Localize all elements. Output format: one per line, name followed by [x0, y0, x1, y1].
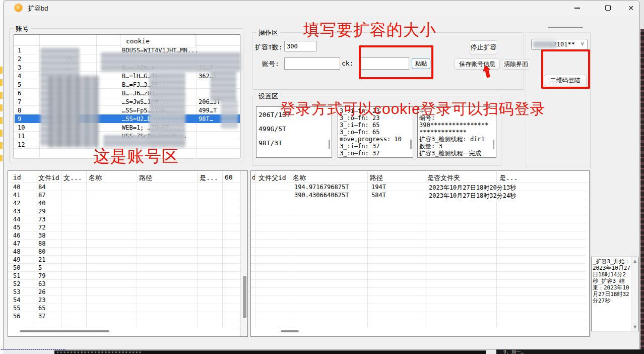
background-window-left-edge	[0, 0, 3, 354]
column-header: 名称	[293, 173, 306, 183]
table-row[interactable]: 4880	[8, 248, 240, 256]
censor-blur	[533, 41, 556, 48]
minimize-button[interactable]	[565, 1, 589, 15]
table-row[interactable]: 5326	[8, 288, 240, 296]
cell-row-number: 6	[18, 90, 21, 97]
maximize-icon	[605, 5, 611, 11]
maximize-button[interactable]	[596, 1, 619, 15]
table-row[interactable]: 4473	[8, 215, 240, 223]
cell-file-id: 37	[38, 313, 45, 320]
cell-id: 51	[13, 272, 20, 279]
cell-row-number: 5	[18, 81, 21, 88]
save-account-button[interactable]: 保存账号信息	[455, 58, 500, 70]
column-header: 60	[225, 173, 233, 181]
table-row[interactable]: 5423	[8, 296, 240, 304]
table-row[interactable]: 4329	[8, 207, 240, 215]
cell-folder: 2023年10月27日18时32分24秒	[429, 192, 516, 200]
table-header-row: d文件父id名称路径是否文件夹是...	[251, 171, 589, 183]
cookie-column-header: cookie	[126, 37, 150, 45]
table-row[interactable]: 4638	[8, 231, 240, 240]
expand-t-label: 扩容T数:	[255, 43, 283, 52]
table-row[interactable]: 4921	[8, 256, 240, 264]
cell-row-number: 2	[18, 55, 21, 63]
cell-path: 584T	[371, 192, 386, 199]
scroll-up-icon[interactable]: ▲	[633, 259, 636, 263]
scrollbar-thumb[interactable]	[410, 140, 412, 149]
settings-groupbox-label: 设置区	[256, 92, 280, 101]
column-header: 文件父id	[259, 173, 286, 183]
column-header: 名称	[89, 173, 102, 183]
censor-blur	[210, 71, 236, 102]
table-row[interactable]: 5263	[8, 280, 240, 288]
chevron-down-icon: ∨	[581, 40, 584, 47]
cell-row-number: 4	[18, 73, 21, 80]
horizontal-scrollbar[interactable]	[20, 330, 109, 332]
table-row[interactable]: 4240	[8, 199, 240, 207]
cell-size: 499…T	[199, 107, 217, 114]
column-header: 文件id	[38, 173, 59, 183]
scrollbar-thumb[interactable]	[493, 140, 494, 149]
account-input[interactable]	[284, 57, 340, 70]
cell-id: 41	[13, 192, 20, 199]
cell-row-number: 12	[18, 141, 25, 148]
censor-blur	[48, 76, 99, 147]
column-header: 路径	[370, 173, 383, 183]
expand-t-input[interactable]	[284, 41, 316, 51]
cell-id: 44	[13, 216, 20, 223]
table-row[interactable]: 505	[8, 264, 240, 272]
cell-row-number: 1	[18, 47, 21, 54]
cell-row-number: 3	[18, 64, 21, 71]
table-rows: 4084418742404329447345724638478848804921…	[8, 183, 240, 328]
horizontal-scrollbar[interactable]	[281, 330, 299, 332]
column-header: 是否文件夹	[427, 173, 460, 183]
cell-id: 46	[13, 232, 20, 239]
file-table-right[interactable]: d文件父id名称路径是否文件夹是... 194.9716796875T194T2…	[250, 170, 590, 337]
scrollbar-thumb[interactable]	[243, 276, 246, 318]
annotation-box-ck	[359, 45, 433, 79]
vertical-scrollbar[interactable]: ▲ ▼	[631, 257, 639, 331]
cell-id: 56	[13, 313, 20, 320]
table-row[interactable]: 390.4306640625T584T2023年10月27日18时32分24秒	[251, 191, 586, 199]
table-row[interactable]: 5637	[8, 312, 240, 320]
table-row[interactable]: 4572	[8, 223, 240, 231]
cell-file-id: 38	[38, 232, 45, 239]
background-window-right-edge	[640, 29, 644, 354]
cell-row-number: 9	[18, 115, 21, 123]
table-row[interactable]: 5179	[8, 272, 240, 280]
scroll-down-icon[interactable]: ▼	[633, 325, 636, 329]
cell-id: 43	[13, 208, 20, 215]
cell-id: 53	[13, 288, 20, 296]
cell-file-id: 88	[38, 240, 45, 247]
cell-id: 40	[13, 184, 20, 191]
background-window-bottom: ▪▪▪▪▪▪▪▪▪▪▪▪▪▪▪▪▪▪▪▪▪▪▪▪▪	[54, 350, 486, 354]
expand-log-text: _扩容3_开始：2023年10月27日18时14分2秒_扩容3_结束：2023年…	[593, 258, 631, 304]
cell-name: 194.9716796875T	[294, 184, 349, 191]
scrollbar-thumb[interactable]	[329, 140, 330, 149]
window-bottom-edge	[3, 350, 54, 354]
background-text-fragment	[1, 348, 66, 350]
cell-id: 55	[13, 305, 20, 312]
cell-file-id: 29	[38, 208, 45, 215]
stop-expand-button[interactable]: 停止扩容	[470, 40, 497, 54]
title-bar[interactable]: 扩容bd ✕	[4, 1, 639, 15]
minimize-icon	[574, 8, 580, 9]
close-button[interactable]: ✕	[619, 1, 642, 15]
table-row[interactable]: 5565	[8, 304, 240, 312]
qr-login-button[interactable]: 二维码登陆	[544, 75, 587, 86]
annotation-account-area: 这是账号区	[93, 145, 179, 168]
window-bottom-edge	[486, 350, 496, 354]
file-table-left[interactable]: id文件id文...名称路径是...60 4084418742404329447…	[8, 170, 248, 337]
table-row[interactable]: 194.9716796875T194T2023年10月27日18时20分13秒	[251, 183, 586, 191]
cell-id: 47	[13, 240, 20, 247]
cell-row-number: 7	[18, 98, 21, 105]
expand-log-box[interactable]: _扩容3_开始：2023年10月27日18时14分2秒_扩容3_结束：2023年…	[591, 257, 639, 331]
vertical-scrollbar[interactable]	[240, 171, 248, 336]
table-row[interactable]: 4187	[8, 191, 240, 199]
table-row[interactable]: 4788	[8, 240, 240, 248]
cell-file-id: 73	[38, 216, 45, 223]
table-row[interactable]: 4084	[8, 183, 240, 191]
cell-id: 48	[13, 248, 20, 255]
cell-size: 98T…	[199, 115, 213, 123]
account-groupbox-label: 账号	[14, 24, 31, 33]
screen: 扩容bd ✕ 账号 cookie 1BDUSS=WIT4V1JHT…MN...2…	[0, 0, 644, 354]
